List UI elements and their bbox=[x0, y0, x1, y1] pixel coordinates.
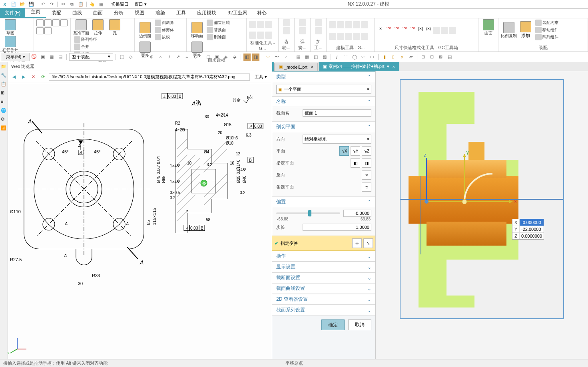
machining-icon-2[interactable] bbox=[315, 27, 322, 34]
op-header[interactable]: 操作⌄ bbox=[272, 251, 375, 262]
misc-icon-1[interactable]: ⊞ bbox=[420, 54, 427, 61]
std-icon-4[interactable] bbox=[249, 32, 256, 39]
nav-icon-4[interactable]: ⊞ bbox=[1, 90, 7, 97]
move-comp-button[interactable]: 移动组件 bbox=[534, 26, 559, 34]
doc-tab-case24[interactable]: ▣ 案例24——拉伸+旋转+槽.prt ▾ × bbox=[319, 62, 399, 71]
body-icon-4[interactable]: ▱ bbox=[407, 54, 415, 61]
dim-100-2[interactable]: 100 bbox=[393, 27, 400, 34]
mt-icon-2[interactable] bbox=[337, 21, 344, 28]
sel-icon-8[interactable]: + bbox=[183, 54, 191, 61]
copy-icon[interactable]: ⧉ bbox=[69, 1, 75, 8]
draw-icon-4[interactable]: 〰 bbox=[360, 54, 367, 61]
arc-icon[interactable] bbox=[44, 19, 52, 26]
body-icon-3[interactable]: ◊ bbox=[399, 54, 406, 61]
add-button[interactable]: 添加 bbox=[518, 21, 534, 39]
hole-button[interactable]: 孔 bbox=[107, 19, 123, 35]
cut-icon[interactable]: ✂ bbox=[60, 1, 66, 8]
offset-region-button[interactable]: 偏置区域 bbox=[206, 19, 231, 26]
curve-icon-3[interactable]: ⟋ bbox=[282, 54, 289, 61]
tab-render[interactable]: 渲染 bbox=[150, 8, 171, 18]
mt-icon-10[interactable] bbox=[361, 33, 368, 40]
coord-z-input[interactable]: 0.0000000 bbox=[520, 233, 544, 239]
ratio-copy-button[interactable]: 比例复制 bbox=[501, 22, 517, 38]
alt-plane-button[interactable]: ⟲ bbox=[362, 182, 371, 192]
display-header[interactable]: 显示设置⌄ bbox=[272, 262, 375, 272]
tab-analysis[interactable]: 分析 bbox=[108, 8, 129, 18]
window-dropdown[interactable]: 窗口 ▾ bbox=[133, 1, 148, 7]
plane-y-button[interactable]: ↘Y bbox=[351, 146, 360, 156]
dim-tool-1[interactable] bbox=[433, 27, 440, 34]
cut-plane-header[interactable]: 剖切平面⌃ bbox=[272, 121, 375, 132]
orientation-combo[interactable]: 绝对坐标系▾ bbox=[303, 135, 371, 144]
nav-icon-3[interactable]: 📋 bbox=[1, 81, 7, 88]
mt-icon-9[interactable] bbox=[353, 33, 360, 40]
paste-icon[interactable]: 📋 bbox=[78, 1, 84, 8]
offset-value-input[interactable] bbox=[343, 210, 371, 217]
misc-icon-2[interactable]: ⊟ bbox=[429, 54, 436, 61]
offset-header[interactable]: 偏置⌃ bbox=[272, 196, 375, 207]
close-tab-icon[interactable]: × bbox=[311, 65, 313, 69]
nav-icon-5[interactable]: ≡ bbox=[1, 99, 7, 105]
nav-icon-8[interactable]: 📶 bbox=[1, 125, 7, 132]
dim-paren[interactable]: (X) bbox=[425, 27, 432, 34]
stop-icon[interactable]: ✕ bbox=[30, 73, 37, 81]
mt-icon-4[interactable] bbox=[353, 21, 360, 28]
sel-icon-6[interactable]: / bbox=[166, 54, 173, 61]
sel-icon-7[interactable]: ↗ bbox=[175, 54, 182, 61]
misc-icon-4[interactable]: ▤ bbox=[446, 54, 453, 61]
nav-icon-6[interactable]: 🌐 bbox=[1, 108, 7, 114]
std-icon-2[interactable] bbox=[257, 21, 264, 28]
pattern-comp-button[interactable]: 阵列组件 bbox=[534, 34, 559, 41]
grid-icon[interactable]: ▦ bbox=[98, 1, 104, 8]
sel-icon-4[interactable]: ⊕ bbox=[148, 54, 155, 61]
edge-blend-button[interactable]: 边倒圆 bbox=[137, 22, 153, 38]
spring-icon-1[interactable] bbox=[299, 19, 306, 26]
plane-x-button[interactable]: ↘X bbox=[339, 146, 349, 156]
drawing-canvas[interactable]: A A 45° 45° Ø110 R27.5 30 R33 115×115 8 bbox=[8, 83, 272, 359]
curve-header[interactable]: 截面曲线设置⌄ bbox=[272, 283, 375, 294]
selection-scope-combo[interactable]: 整个装配 ▾ bbox=[69, 53, 113, 61]
cross-header[interactable]: 截断面设置⌄ bbox=[272, 272, 375, 283]
new-icon[interactable]: 📄 bbox=[10, 1, 17, 8]
sel-icon-3[interactable]: ✦ bbox=[140, 54, 147, 61]
tab-tool[interactable]: 工具 bbox=[171, 8, 191, 18]
curve-icon-1[interactable]: 〰 bbox=[265, 54, 272, 61]
sel-icon-1[interactable]: ⬚ bbox=[118, 54, 126, 61]
tab-home[interactable]: 主页 bbox=[25, 7, 46, 18]
mt-icon-7[interactable] bbox=[337, 33, 344, 40]
view-icon-1[interactable]: ▢ bbox=[205, 54, 212, 61]
dim-100-4[interactable]: 100 bbox=[409, 27, 416, 34]
reverse-button[interactable]: ✕ bbox=[362, 170, 371, 180]
section-type-header[interactable]: 类型⌃ bbox=[272, 71, 375, 82]
switch-window-button[interactable]: 切换窗口 bbox=[110, 1, 130, 7]
angle-line-icon[interactable] bbox=[52, 19, 60, 26]
dim-tool-2[interactable] bbox=[441, 27, 448, 34]
sel-icon-5[interactable]: ○ bbox=[157, 54, 164, 61]
std-icon-1[interactable] bbox=[249, 21, 256, 28]
view-icon-5[interactable]: ◧ bbox=[243, 54, 251, 61]
series-header[interactable]: 截面系列设置⌄ bbox=[272, 305, 375, 315]
plane-type-combo[interactable]: ▣ 一个平面 ▾ bbox=[276, 85, 371, 94]
asm-constraint-button[interactable]: 装配约束 bbox=[534, 19, 559, 26]
tab-assembly[interactable]: 装配 bbox=[46, 8, 67, 18]
sel-icon-2[interactable]: ◇ bbox=[127, 54, 134, 61]
view-icon-3[interactable]: ◈ bbox=[222, 54, 229, 61]
tab-app[interactable]: 应用模块 bbox=[191, 8, 222, 18]
std-icon-3[interactable] bbox=[265, 21, 272, 28]
chamfer-button[interactable]: 倒斜角 bbox=[154, 19, 175, 26]
transform-btn-2[interactable]: ⤡ bbox=[363, 238, 373, 248]
spline-icon[interactable] bbox=[60, 19, 68, 26]
redo-icon[interactable]: ↷ bbox=[48, 1, 55, 8]
render-icon-4[interactable]: ▧ bbox=[321, 54, 328, 61]
view-icon-4[interactable]: ⬙ bbox=[231, 54, 238, 61]
3d-viewport[interactable]: X Y Z X -0.000000 Y -22.00000 Z bbox=[376, 71, 588, 359]
coord-x-input[interactable]: -0.000000 bbox=[520, 219, 544, 226]
tools-dropdown[interactable]: 工具 ▾ bbox=[252, 73, 269, 81]
misc-icon-3[interactable]: ⊠ bbox=[437, 54, 444, 61]
delete-face-button[interactable]: 删除面 bbox=[206, 34, 231, 41]
filter-icon-3[interactable]: ▤ bbox=[57, 54, 64, 61]
2d-header[interactable]: 2D 查看器设置⌄ bbox=[272, 294, 375, 305]
draw-icon-3[interactable]: ◯ bbox=[351, 54, 358, 61]
datum-plane-button[interactable]: 基准平面 bbox=[73, 19, 89, 35]
csys-triad[interactable]: X Y Z bbox=[417, 150, 516, 222]
